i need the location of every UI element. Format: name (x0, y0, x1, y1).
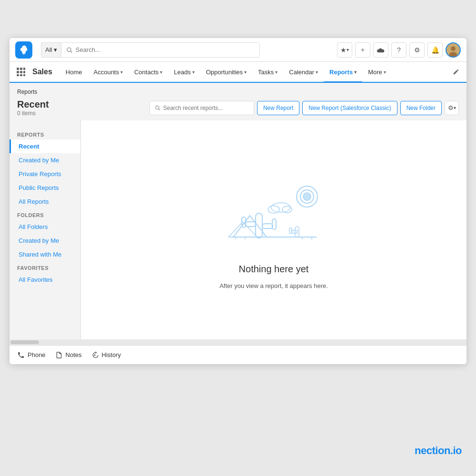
svg-rect-26 (272, 219, 276, 229)
svg-rect-0 (22, 50, 25, 53)
chevron-icon: ▾ (454, 105, 456, 110)
search-icon (66, 47, 72, 53)
top-bar-actions: ★▾ ＋ ? ⚙ 🔔 (337, 42, 461, 58)
watermark: nection.io (415, 445, 462, 457)
phone-label: Phone (28, 351, 46, 358)
settings-dropdown-button[interactable]: ⚙▾ (445, 101, 459, 115)
star-icon: ★ (340, 46, 347, 54)
favorites-button[interactable]: ★▾ (337, 42, 352, 58)
sidebar-item-folders-created-by-me[interactable]: Created by Me (10, 234, 80, 248)
nav-edit-button[interactable] (449, 65, 463, 79)
history-icon (91, 351, 99, 359)
svg-point-34 (282, 206, 292, 213)
sidebar-item-shared-with-me[interactable]: Shared with Me (10, 248, 80, 261)
reports-title-row: Recent 0 items New Report New Report (17, 96, 459, 120)
user-avatar[interactable] (446, 42, 461, 58)
svg-rect-22 (256, 213, 262, 238)
svg-rect-28 (292, 230, 298, 233)
nav-tasks[interactable]: Tasks ▾ (252, 63, 283, 83)
grid-icon (17, 68, 25, 76)
svg-rect-12 (23, 71, 25, 73)
app-launcher-button[interactable] (13, 64, 29, 79)
body-layout: REPORTS Recent Created by Me Private Rep… (10, 120, 466, 339)
chevron-icon: ▾ (347, 47, 349, 52)
search-scope-label: All (45, 46, 52, 53)
bottom-bar-notes[interactable]: Notes (55, 351, 82, 359)
svg-point-20 (303, 193, 311, 200)
sidebar-item-all-reports[interactable]: All Reports (10, 195, 80, 208)
sidebar-item-private-reports[interactable]: Private Reports (10, 167, 80, 181)
bottom-bar: Phone Notes History (10, 345, 466, 364)
notes-label: Notes (66, 351, 82, 358)
pencil-icon (453, 69, 459, 75)
plus-icon: ＋ (359, 46, 366, 54)
svg-rect-27 (295, 227, 299, 237)
svg-rect-9 (23, 68, 25, 70)
page-title: Recent (17, 99, 49, 110)
nav-bar: Sales Home Accounts ▾ Contacts ▾ Leads ▾ (10, 62, 466, 83)
add-button[interactable]: ＋ (355, 42, 370, 58)
app-name-label: Sales (32, 68, 52, 76)
search-input-wrap (61, 42, 260, 58)
reports-search-input[interactable] (163, 105, 249, 111)
sidebar-item-public-reports[interactable]: Public Reports (10, 181, 80, 195)
scroll-track[interactable] (10, 339, 466, 345)
svg-point-32 (271, 203, 290, 212)
svg-rect-7 (17, 68, 19, 70)
chevron-down-icon: ▾ (316, 69, 318, 75)
chevron-down-icon: ▾ (192, 69, 195, 75)
nav-more[interactable]: More ▾ (362, 63, 392, 83)
nav-calendar-label: Calendar (289, 69, 314, 76)
bottom-bar-history[interactable]: History (91, 351, 121, 359)
settings-button[interactable]: ⚙ (409, 42, 425, 58)
svg-rect-8 (20, 68, 22, 70)
svg-rect-25 (262, 224, 273, 228)
reports-actions: New Report New Report (Salesforce Classi… (149, 101, 459, 115)
nav-reports-label: Reports (329, 69, 353, 76)
notifications-button[interactable]: 🔔 (427, 42, 443, 58)
nav-accounts[interactable]: Accounts ▾ (88, 63, 129, 83)
sidebar-item-all-folders[interactable]: All Folders (10, 220, 80, 234)
nav-more-label: More (368, 69, 382, 76)
nav-contacts-label: Contacts (134, 69, 159, 76)
svg-point-5 (451, 46, 456, 51)
nav-leads[interactable]: Leads ▾ (168, 63, 200, 83)
cloud-icon (377, 46, 385, 54)
nav-calendar[interactable]: Calendar ▾ (283, 63, 324, 83)
empty-state: Nothing here yet After you view a report… (207, 170, 340, 289)
chevron-down-icon: ▾ (160, 69, 162, 75)
svg-rect-14 (20, 74, 22, 76)
bottom-bar-phone[interactable]: Phone (17, 351, 46, 359)
sidebar: REPORTS Recent Created by Me Private Rep… (10, 120, 81, 339)
svg-rect-29 (289, 228, 292, 234)
nav-home[interactable]: Home (60, 63, 88, 83)
sidebar-favorites-label: FAVORITES (10, 261, 80, 273)
main-content: Reports Recent 0 items (10, 83, 466, 345)
main-area: Nothing here yet After you view a report… (81, 120, 466, 339)
global-search-input[interactable] (76, 46, 255, 53)
new-report-button[interactable]: New Report (257, 101, 299, 115)
nav-contacts[interactable]: Contacts ▾ (129, 63, 168, 83)
search-scope-chevron: ▾ (54, 46, 57, 53)
nav-reports[interactable]: Reports ▾ (324, 63, 362, 83)
sidebar-item-recent[interactable]: Recent (10, 139, 80, 153)
reports-count: 0 items (17, 110, 49, 117)
app-icon[interactable] (15, 41, 32, 59)
nav-opportunities[interactable]: Opportunities ▾ (200, 63, 252, 83)
nav-tasks-label: Tasks (258, 69, 274, 76)
svg-rect-13 (17, 74, 19, 76)
new-folder-button[interactable]: New Folder (400, 101, 442, 115)
help-button[interactable]: ? (391, 42, 407, 58)
cloud-button[interactable] (373, 42, 388, 58)
svg-rect-15 (23, 74, 25, 76)
scroll-thumb[interactable] (10, 340, 39, 344)
sidebar-item-all-favorites[interactable]: All Favorites (10, 273, 80, 287)
question-icon: ? (397, 46, 401, 54)
sidebar-item-created-by-me[interactable]: Created by Me (10, 153, 80, 167)
global-search-bar: All ▾ (41, 42, 260, 58)
nav-opportunities-label: Opportunities (206, 69, 243, 76)
new-report-classic-button[interactable]: New Report (Salesforce Classic) (302, 101, 397, 115)
search-scope-selector[interactable]: All ▾ (41, 42, 61, 58)
bell-icon: 🔔 (431, 46, 439, 54)
nav-leads-label: Leads (174, 69, 190, 76)
